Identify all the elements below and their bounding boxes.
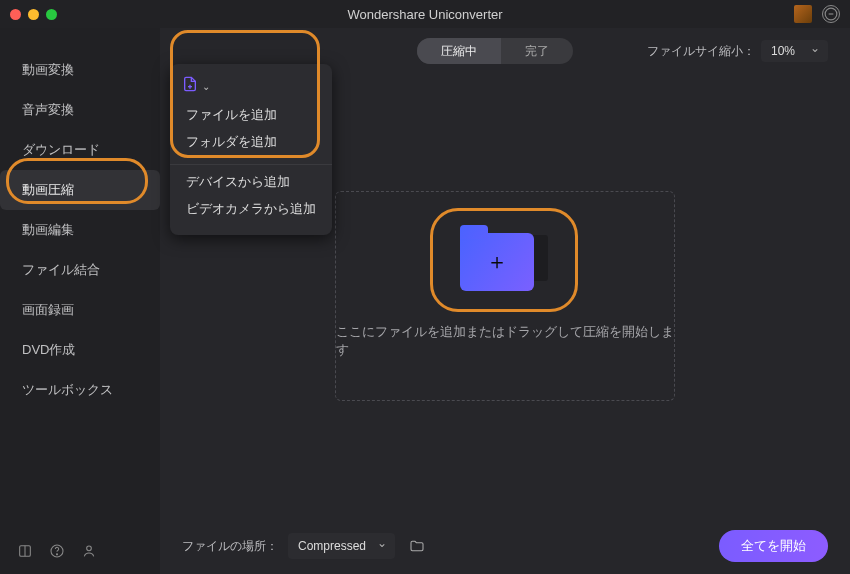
svg-point-5: [87, 546, 92, 551]
location-select[interactable]: Compressed: [288, 533, 395, 559]
sidebar-item-screen-record[interactable]: 画面録画: [0, 290, 160, 330]
account-icon[interactable]: [80, 542, 98, 560]
menu-divider: [170, 164, 332, 165]
dropzone[interactable]: ＋ ここにファイルを追加またはドラッグして圧縮を開始します: [335, 191, 675, 401]
ratio-select[interactable]: 10%: [761, 40, 828, 62]
guide-icon[interactable]: [16, 542, 34, 560]
sidebar-item-file-merge[interactable]: ファイル結合: [0, 250, 160, 290]
sidebar-item-video-convert[interactable]: 動画変換: [0, 50, 160, 90]
sidebar-item-download[interactable]: ダウンロード: [0, 130, 160, 170]
dropzone-text: ここにファイルを追加またはドラッグして圧縮を開始します: [336, 323, 674, 359]
help-icon[interactable]: [48, 542, 66, 560]
segment-in-progress[interactable]: 圧縮中: [417, 38, 501, 64]
ratio-label: ファイルサイ縮小：: [647, 43, 755, 60]
svg-point-4: [56, 554, 57, 555]
sidebar-item-audio-convert[interactable]: 音声変換: [0, 90, 160, 130]
menu-add-from-device[interactable]: デバイスから追加: [170, 169, 332, 196]
add-folder-icon[interactable]: ＋: [460, 233, 550, 301]
segment-done[interactable]: 完了: [501, 38, 573, 64]
main-panel: 圧縮中 完了 ファイルサイ縮小： 10%: [160, 28, 850, 574]
open-folder-button[interactable]: [405, 534, 429, 558]
avatar[interactable]: [794, 5, 812, 23]
window-title: Wondershare Uniconverter: [347, 7, 502, 22]
bottom-bar: ファイルの場所： Compressed 全てを開始: [160, 518, 850, 574]
menu-add-file[interactable]: ファイルを追加: [170, 102, 332, 129]
location-label: ファイルの場所：: [182, 538, 278, 555]
menu-add-folder[interactable]: フォルダを追加: [170, 129, 332, 156]
add-file-icon[interactable]: [182, 76, 198, 96]
window-minimize-button[interactable]: [28, 9, 39, 20]
toolbar: 圧縮中 完了 ファイルサイ縮小： 10%: [160, 28, 850, 74]
sidebar: 動画変換 音声変換 ダウンロード 動画圧縮 動画編集 ファイル結合 画面録画 D…: [0, 28, 160, 574]
sidebar-item-dvd[interactable]: DVD作成: [0, 330, 160, 370]
menu-add-from-camera[interactable]: ビデオカメラから追加: [170, 196, 332, 223]
sidebar-item-video-compress[interactable]: 動画圧縮: [0, 170, 160, 210]
add-dropdown-menu: ⌄ ファイルを追加 フォルダを追加 デバイスから追加 ビデオカメラから追加: [170, 64, 332, 235]
feedback-icon[interactable]: [822, 5, 840, 23]
sidebar-item-video-edit[interactable]: 動画編集: [0, 210, 160, 250]
sidebar-item-toolbox[interactable]: ツールボックス: [0, 370, 160, 410]
window-maximize-button[interactable]: [46, 9, 57, 20]
titlebar: Wondershare Uniconverter: [0, 0, 850, 28]
chevron-down-icon[interactable]: ⌄: [202, 81, 210, 92]
start-all-button[interactable]: 全てを開始: [719, 530, 828, 562]
window-close-button[interactable]: [10, 9, 21, 20]
